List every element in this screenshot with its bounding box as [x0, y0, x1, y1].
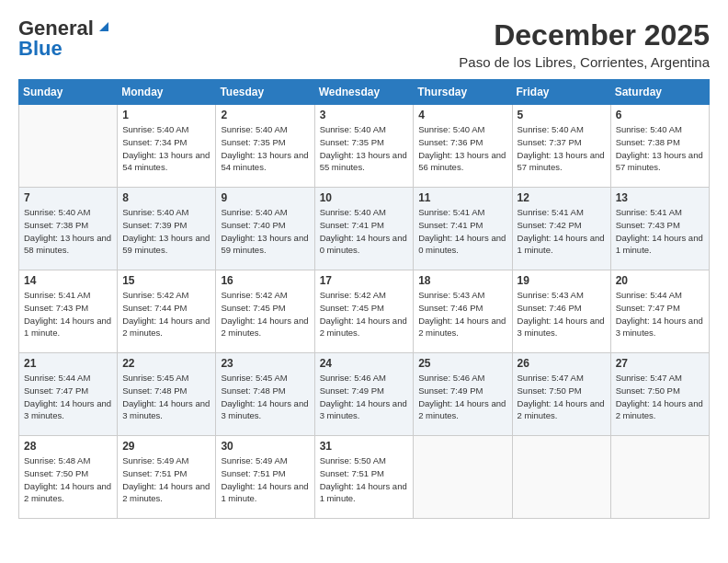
day-number: 11: [418, 191, 506, 204]
day-info: Sunrise: 5:40 AMSunset: 7:34 PMDaylight:…: [122, 123, 210, 174]
day-number: 28: [24, 440, 112, 453]
location-subtitle: Paso de los Libres, Corrientes, Argentin…: [459, 54, 710, 70]
day-info: Sunrise: 5:42 AMSunset: 7:45 PMDaylight:…: [221, 289, 309, 339]
calendar-cell: 16Sunrise: 5:42 AMSunset: 7:45 PMDayligh…: [216, 270, 314, 353]
calendar-cell: 17Sunrise: 5:42 AMSunset: 7:45 PMDayligh…: [314, 270, 414, 353]
calendar-cell: 31Sunrise: 5:50 AMSunset: 7:51 PMDayligh…: [314, 436, 414, 519]
day-number: 20: [616, 274, 704, 287]
calendar-cell: 28Sunrise: 5:48 AMSunset: 7:50 PMDayligh…: [19, 436, 118, 519]
day-number: 15: [122, 274, 210, 287]
day-info: Sunrise: 5:49 AMSunset: 7:51 PMDaylight:…: [221, 454, 309, 505]
calendar-cell: 10Sunrise: 5:40 AMSunset: 7:41 PMDayligh…: [314, 188, 414, 270]
calendar-cell: 5Sunrise: 5:40 AMSunset: 7:37 PMDaylight…: [512, 105, 610, 188]
calendar-cell: 8Sunrise: 5:40 AMSunset: 7:39 PMDaylight…: [118, 188, 216, 270]
calendar-cell: [19, 105, 118, 188]
day-info: Sunrise: 5:40 AMSunset: 7:38 PMDaylight:…: [24, 206, 112, 257]
day-info: Sunrise: 5:40 AMSunset: 7:41 PMDaylight:…: [320, 206, 409, 257]
calendar-cell: 23Sunrise: 5:45 AMSunset: 7:48 PMDayligh…: [216, 353, 314, 436]
day-number: 7: [24, 191, 112, 204]
day-number: 3: [320, 109, 409, 121]
day-info: Sunrise: 5:47 AMSunset: 7:50 PMDaylight:…: [518, 372, 606, 422]
day-info: Sunrise: 5:41 AMSunset: 7:41 PMDaylight:…: [418, 206, 506, 257]
day-number: 29: [122, 440, 210, 453]
calendar-cell: 2Sunrise: 5:40 AMSunset: 7:35 PMDaylight…: [216, 105, 314, 188]
day-number: 8: [122, 191, 210, 204]
day-info: Sunrise: 5:40 AMSunset: 7:37 PMDaylight:…: [518, 123, 606, 174]
day-number: 18: [418, 274, 506, 287]
calendar-week-row: 1Sunrise: 5:40 AMSunset: 7:34 PMDaylight…: [19, 105, 710, 188]
page-header: General Blue December 2025 Paso de los L…: [18, 18, 710, 70]
day-info: Sunrise: 5:43 AMSunset: 7:46 PMDaylight:…: [418, 289, 506, 339]
calendar-table: SundayMondayTuesdayWednesdayThursdayFrid…: [18, 79, 710, 519]
day-info: Sunrise: 5:40 AMSunset: 7:40 PMDaylight:…: [221, 206, 309, 257]
calendar-cell: [610, 436, 709, 519]
calendar-cell: 1Sunrise: 5:40 AMSunset: 7:34 PMDaylight…: [118, 105, 216, 188]
calendar-cell: 25Sunrise: 5:46 AMSunset: 7:49 PMDayligh…: [414, 353, 512, 436]
calendar-cell: 7Sunrise: 5:40 AMSunset: 7:38 PMDaylight…: [19, 188, 118, 270]
day-info: Sunrise: 5:40 AMSunset: 7:36 PMDaylight:…: [418, 123, 506, 174]
day-number: 23: [221, 357, 309, 370]
weekday-header-tuesday: Tuesday: [216, 80, 314, 105]
day-number: 16: [221, 274, 309, 287]
calendar-cell: 30Sunrise: 5:49 AMSunset: 7:51 PMDayligh…: [216, 436, 314, 519]
day-info: Sunrise: 5:40 AMSunset: 7:39 PMDaylight:…: [122, 206, 210, 257]
day-number: 2: [221, 109, 309, 121]
calendar-week-row: 21Sunrise: 5:44 AMSunset: 7:47 PMDayligh…: [19, 353, 710, 436]
calendar-cell: 4Sunrise: 5:40 AMSunset: 7:36 PMDaylight…: [414, 105, 512, 188]
day-number: 6: [616, 109, 704, 121]
calendar-cell: 22Sunrise: 5:45 AMSunset: 7:48 PMDayligh…: [118, 353, 216, 436]
day-info: Sunrise: 5:40 AMSunset: 7:35 PMDaylight:…: [221, 123, 309, 174]
calendar-cell: [414, 436, 512, 519]
calendar-cell: 21Sunrise: 5:44 AMSunset: 7:47 PMDayligh…: [19, 353, 118, 436]
day-info: Sunrise: 5:42 AMSunset: 7:44 PMDaylight:…: [122, 289, 210, 339]
month-title: December 2025: [459, 18, 710, 52]
calendar-cell: [512, 436, 610, 519]
calendar-cell: 27Sunrise: 5:47 AMSunset: 7:50 PMDayligh…: [610, 353, 709, 436]
calendar-week-row: 7Sunrise: 5:40 AMSunset: 7:38 PMDaylight…: [19, 188, 710, 270]
calendar-cell: 15Sunrise: 5:42 AMSunset: 7:44 PMDayligh…: [118, 270, 216, 353]
day-number: 5: [518, 109, 606, 121]
calendar-week-row: 28Sunrise: 5:48 AMSunset: 7:50 PMDayligh…: [19, 436, 710, 519]
svg-marker-0: [99, 22, 108, 31]
calendar-cell: 29Sunrise: 5:49 AMSunset: 7:51 PMDayligh…: [118, 436, 216, 519]
day-info: Sunrise: 5:48 AMSunset: 7:50 PMDaylight:…: [24, 454, 112, 505]
day-info: Sunrise: 5:45 AMSunset: 7:48 PMDaylight:…: [221, 372, 309, 422]
day-number: 21: [24, 357, 112, 370]
day-info: Sunrise: 5:42 AMSunset: 7:45 PMDaylight:…: [320, 289, 409, 339]
calendar-cell: 24Sunrise: 5:46 AMSunset: 7:49 PMDayligh…: [314, 353, 414, 436]
day-number: 12: [518, 191, 606, 204]
logo-general-text: General: [18, 18, 94, 39]
weekday-header-saturday: Saturday: [610, 80, 709, 105]
day-info: Sunrise: 5:46 AMSunset: 7:49 PMDaylight:…: [418, 372, 506, 422]
day-info: Sunrise: 5:46 AMSunset: 7:49 PMDaylight:…: [320, 372, 409, 422]
day-number: 26: [518, 357, 606, 370]
day-number: 24: [320, 357, 409, 370]
day-info: Sunrise: 5:41 AMSunset: 7:42 PMDaylight:…: [518, 206, 606, 257]
day-number: 4: [418, 109, 506, 121]
calendar-cell: 19Sunrise: 5:43 AMSunset: 7:46 PMDayligh…: [512, 270, 610, 353]
logo-icon: [96, 18, 112, 35]
weekday-header-row: SundayMondayTuesdayWednesdayThursdayFrid…: [19, 80, 710, 105]
day-info: Sunrise: 5:44 AMSunset: 7:47 PMDaylight:…: [24, 372, 112, 422]
day-number: 13: [616, 191, 704, 204]
day-number: 31: [320, 440, 409, 453]
day-number: 25: [418, 357, 506, 370]
day-number: 1: [122, 109, 210, 121]
calendar-cell: 14Sunrise: 5:41 AMSunset: 7:43 PMDayligh…: [19, 270, 118, 353]
day-number: 10: [320, 191, 409, 204]
weekday-header-sunday: Sunday: [19, 80, 118, 105]
calendar-cell: 12Sunrise: 5:41 AMSunset: 7:42 PMDayligh…: [512, 188, 610, 270]
weekday-header-monday: Monday: [118, 80, 216, 105]
calendar-cell: 3Sunrise: 5:40 AMSunset: 7:35 PMDaylight…: [314, 105, 414, 188]
day-info: Sunrise: 5:47 AMSunset: 7:50 PMDaylight:…: [616, 372, 704, 422]
day-info: Sunrise: 5:44 AMSunset: 7:47 PMDaylight:…: [616, 289, 704, 339]
calendar-cell: 9Sunrise: 5:40 AMSunset: 7:40 PMDaylight…: [216, 188, 314, 270]
calendar-week-row: 14Sunrise: 5:41 AMSunset: 7:43 PMDayligh…: [19, 270, 710, 353]
calendar-cell: 11Sunrise: 5:41 AMSunset: 7:41 PMDayligh…: [414, 188, 512, 270]
day-info: Sunrise: 5:49 AMSunset: 7:51 PMDaylight:…: [122, 454, 210, 505]
day-number: 14: [24, 274, 112, 287]
day-info: Sunrise: 5:41 AMSunset: 7:43 PMDaylight:…: [24, 289, 112, 339]
day-number: 17: [320, 274, 409, 287]
day-info: Sunrise: 5:45 AMSunset: 7:48 PMDaylight:…: [122, 372, 210, 422]
day-info: Sunrise: 5:50 AMSunset: 7:51 PMDaylight:…: [320, 454, 409, 505]
